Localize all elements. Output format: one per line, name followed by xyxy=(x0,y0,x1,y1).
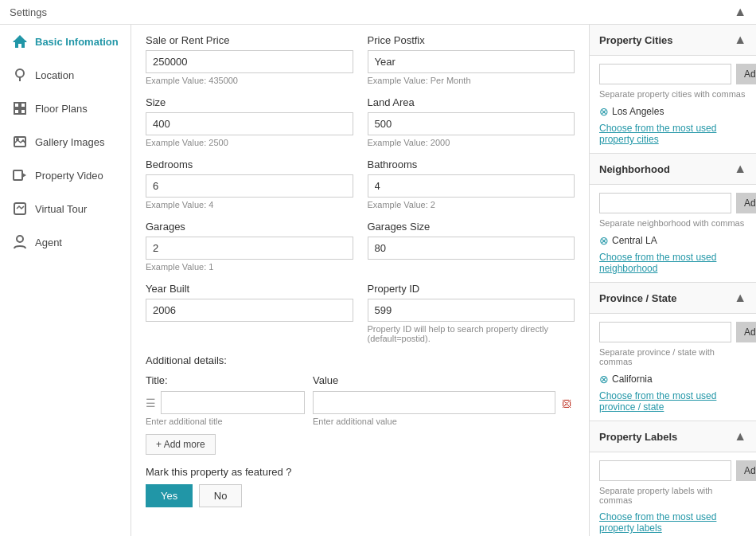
property-labels-header: Property Labels ▲ xyxy=(590,421,756,452)
property-cities-input-row: Add xyxy=(599,64,746,84)
agent-icon xyxy=(11,233,29,251)
province-state-add-button[interactable]: Add xyxy=(736,322,756,342)
remove-row-button[interactable]: ⦻ xyxy=(560,396,575,410)
additional-details-title: Additional details: xyxy=(146,354,575,366)
value-hint: Enter additional value xyxy=(313,417,575,426)
bathrooms-label: Bathrooms xyxy=(368,158,575,170)
sidebar-item-label: Floor Plans xyxy=(35,103,88,115)
size-input[interactable] xyxy=(146,112,353,135)
sale-price-group: Sale or Rent Price Example Value: 435000 xyxy=(146,34,353,85)
value-input-row: ⦻ xyxy=(313,391,575,414)
property-id-input[interactable] xyxy=(368,299,575,322)
price-postfix-group: Price Postfix Example Value: Per Month xyxy=(368,34,575,85)
featured-yes-button[interactable]: Yes xyxy=(146,484,193,507)
floor-icon xyxy=(11,100,29,117)
drag-handle-icon[interactable]: ☰ xyxy=(146,397,156,409)
tour-icon xyxy=(11,200,29,217)
neighborhood-hint: Separate neighborhood with commas xyxy=(599,218,746,228)
bathrooms-input[interactable] xyxy=(368,174,575,198)
neighborhood-body: Add Separate neighborhood with commas ⊗ … xyxy=(590,185,756,282)
land-area-input[interactable] xyxy=(368,112,575,135)
sidebar-item-label: Agent xyxy=(35,237,62,248)
svg-marker-1 xyxy=(13,35,27,48)
price-postfix-label: Price Postfix xyxy=(368,34,575,46)
gallery-icon xyxy=(11,133,29,151)
property-labels-input[interactable] xyxy=(599,460,731,481)
bedrooms-input[interactable] xyxy=(146,174,353,198)
land-area-label: Land Area xyxy=(368,96,575,108)
bedrooms-group: Bedrooms Example Value: 4 xyxy=(146,158,353,209)
property-cities-header: Property Cities ▲ xyxy=(590,25,756,56)
form-content: Sale or Rent Price Example Value: 435000… xyxy=(131,25,589,536)
bathrooms-group: Bathrooms Example Value: 2 xyxy=(368,158,575,209)
property-cities-add-button[interactable]: Add xyxy=(736,64,756,84)
property-labels-collapse-icon[interactable]: ▲ xyxy=(734,429,746,444)
property-labels-link[interactable]: Choose from the most used property label… xyxy=(599,511,746,534)
province-state-collapse-icon[interactable]: ▲ xyxy=(734,291,746,305)
svg-marker-10 xyxy=(22,173,26,178)
price-postfix-example: Example Value: Per Month xyxy=(368,76,575,85)
title-col-header: Title: xyxy=(146,374,305,386)
additional-details: Additional details: Title: ☰ Enter addit… xyxy=(146,354,575,455)
land-area-group: Land Area Example Value: 2000 xyxy=(368,96,575,147)
remove-central-la-icon[interactable]: ⊗ xyxy=(599,234,609,247)
property-cities-collapse-icon[interactable]: ▲ xyxy=(734,33,746,47)
neighborhood-header: Neighborhood ▲ xyxy=(590,154,756,185)
neighborhood-add-button[interactable]: Add xyxy=(736,193,756,213)
property-labels-body: Add Separate property labels with commas… xyxy=(590,452,756,536)
neighborhood-section: Neighborhood ▲ Add Separate neighborhood… xyxy=(590,154,756,283)
sidebar-item-gallery-images[interactable]: Gallery Images xyxy=(0,125,131,158)
property-cities-input[interactable] xyxy=(599,64,731,84)
svg-point-8 xyxy=(16,138,19,141)
province-state-title: Province / State xyxy=(599,292,677,304)
right-panel: Property Cities ▲ Add Separate property … xyxy=(589,25,756,536)
sidebar-item-virtual-tour[interactable]: Virtual Tour xyxy=(0,192,131,225)
neighborhood-link[interactable]: Choose from the most used neighborhood xyxy=(599,252,746,274)
garages-group: Garages Example Value: 1 xyxy=(146,221,353,272)
value-col-header: Value xyxy=(313,374,575,386)
beds-baths-row: Bedrooms Example Value: 4 Bathrooms Exam… xyxy=(146,158,575,209)
sale-price-label: Sale or Rent Price xyxy=(146,34,353,46)
sidebar-item-floor-plans[interactable]: Floor Plans xyxy=(0,92,131,125)
additional-value-input[interactable] xyxy=(313,391,555,414)
sidebar-item-agent[interactable]: Agent xyxy=(0,225,131,259)
remove-california-icon[interactable]: ⊗ xyxy=(599,373,609,385)
sale-price-input[interactable] xyxy=(146,50,353,73)
garages-input[interactable] xyxy=(146,237,353,260)
bedrooms-label: Bedrooms xyxy=(146,158,353,170)
details-value-col: Value ⦻ Enter additional value xyxy=(313,374,575,426)
property-id-label: Property ID xyxy=(368,283,575,295)
bathrooms-example: Example Value: 2 xyxy=(368,200,575,209)
scroll-top-icon[interactable]: ▲ xyxy=(734,5,746,19)
property-id-group: Property ID Property ID will help to sea… xyxy=(368,283,575,343)
province-state-link[interactable]: Choose from the most used province / sta… xyxy=(599,390,746,413)
property-cities-link[interactable]: Choose from the most used property citie… xyxy=(599,123,746,145)
add-more-button[interactable]: + Add more xyxy=(146,434,216,455)
sidebar-item-label: Virtual Tour xyxy=(35,203,87,215)
sidebar: Basic Infomation Location xyxy=(0,25,131,536)
video-icon xyxy=(11,166,29,184)
featured-no-button[interactable]: No xyxy=(199,484,243,507)
neighborhood-collapse-icon[interactable]: ▲ xyxy=(734,162,746,176)
sidebar-item-location[interactable]: Location xyxy=(0,58,131,92)
sidebar-item-property-video[interactable]: Property Video xyxy=(0,158,131,192)
size-example: Example Value: 2500 xyxy=(146,138,353,147)
year-built-input[interactable] xyxy=(146,299,353,322)
additional-title-input[interactable] xyxy=(161,391,305,414)
garages-size-group: Garages Size xyxy=(368,221,575,272)
california-tag-label: California xyxy=(612,374,653,385)
province-state-input[interactable] xyxy=(599,322,731,342)
remove-los-angeles-icon[interactable]: ⊗ xyxy=(599,105,609,118)
garages-size-label: Garages Size xyxy=(368,221,575,233)
svg-rect-9 xyxy=(14,170,22,180)
los-angeles-tag-label: Los Angeles xyxy=(612,106,664,117)
title-hint: Enter additional title xyxy=(146,417,305,426)
sidebar-item-basic-information[interactable]: Basic Infomation xyxy=(0,25,131,58)
property-labels-add-button[interactable]: Add xyxy=(736,460,756,481)
svg-rect-3 xyxy=(14,103,19,108)
garages-size-input[interactable] xyxy=(368,237,575,260)
province-state-input-row: Add xyxy=(599,322,746,342)
neighborhood-input[interactable] xyxy=(599,193,731,213)
home-icon xyxy=(11,33,29,50)
price-postfix-input[interactable] xyxy=(368,50,575,73)
